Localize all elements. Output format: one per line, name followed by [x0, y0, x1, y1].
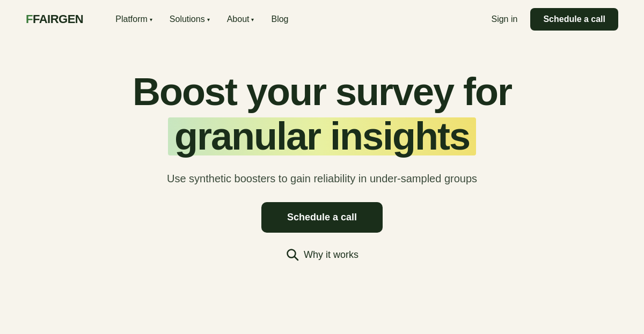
logo-f: F: [26, 12, 33, 26]
hero-section: Boost your survey for granular insights …: [0, 39, 644, 262]
svg-line-1: [295, 257, 298, 260]
about-label: About: [227, 14, 250, 24]
solutions-label: Solutions: [170, 14, 205, 24]
hero-title-highlight-wrapper: granular insights: [174, 115, 470, 158]
platform-label: Platform: [115, 14, 148, 24]
hero-highlight: granular insights: [174, 115, 470, 158]
why-it-works-label: Why it works: [304, 249, 358, 261]
sign-in-link[interactable]: Sign in: [491, 14, 517, 24]
navbar: FFAIRGEN Platform ▾ Solutions ▾ About ▾ …: [0, 0, 644, 39]
nav-item-solutions[interactable]: Solutions ▾: [163, 10, 216, 28]
hero-subtitle: Use synthetic boosters to gain reliabili…: [167, 173, 477, 185]
hero-title-line1: Boost your survey for: [133, 71, 511, 113]
solutions-chevron-icon: ▾: [207, 17, 210, 23]
why-it-works-link[interactable]: Why it works: [286, 248, 358, 262]
nav-links: Platform ▾ Solutions ▾ About ▾ Blog: [109, 10, 491, 28]
nav-item-platform[interactable]: Platform ▾: [109, 10, 159, 28]
logo[interactable]: FFAIRGEN: [26, 12, 83, 26]
nav-right: Sign in Schedule a call: [491, 8, 618, 31]
logo-text: FAIRGEN: [33, 12, 83, 26]
hero-title-line2: granular insights: [174, 115, 470, 158]
platform-chevron-icon: ▾: [150, 17, 152, 23]
nav-item-about[interactable]: About ▾: [221, 10, 261, 28]
schedule-call-button-nav[interactable]: Schedule a call: [530, 8, 618, 31]
schedule-call-button-hero[interactable]: Schedule a call: [261, 202, 383, 233]
search-icon: [286, 248, 299, 262]
blog-label: Blog: [271, 14, 288, 24]
about-chevron-icon: ▾: [251, 17, 254, 23]
nav-item-blog[interactable]: Blog: [265, 10, 295, 28]
